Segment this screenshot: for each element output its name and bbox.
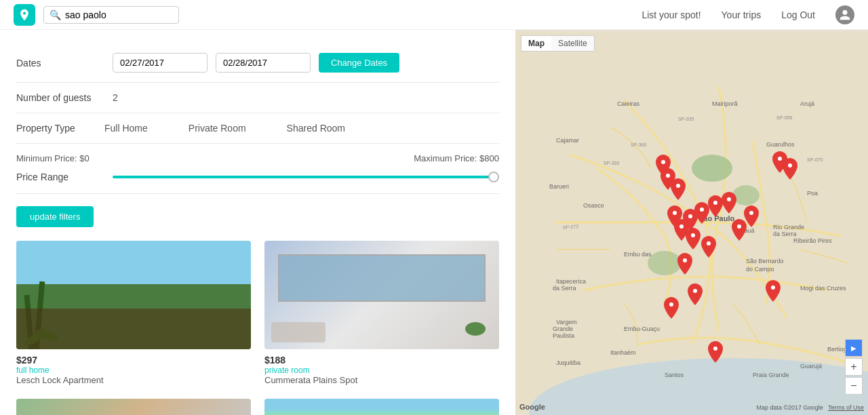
svg-text:Rio Grande: Rio Grande xyxy=(773,224,804,231)
svg-point-53 xyxy=(778,157,782,161)
map-tabs: Map Satellite xyxy=(521,35,595,52)
svg-point-61 xyxy=(771,285,775,290)
search-input[interactable] xyxy=(65,9,173,20)
change-dates-button[interactable]: Change Dates xyxy=(319,53,399,73)
listing-price: $297 xyxy=(16,355,251,365)
svg-point-57 xyxy=(676,184,680,188)
svg-point-3 xyxy=(732,185,760,205)
search-bar[interactable]: 🔍 xyxy=(43,6,179,24)
svg-text:Barueri: Barueri xyxy=(549,183,569,190)
avatar[interactable] xyxy=(835,5,854,24)
price-range-label: Price Range xyxy=(16,172,104,182)
property-options: Full Home Private Room Shared Room xyxy=(104,123,345,134)
svg-point-46 xyxy=(688,214,692,218)
svg-text:Caieiras: Caieiras xyxy=(617,100,640,107)
svg-text:Vargem: Vargem xyxy=(556,319,577,325)
listing-card[interactable] xyxy=(264,399,499,415)
max-price-label: Maximum Price: $800 xyxy=(414,153,499,163)
price-section: Minimum Price: $0 Maximum Price: $800 Pr… xyxy=(16,144,499,194)
guests-label: Number of guests xyxy=(16,92,104,103)
svg-text:Arujá: Arujá xyxy=(800,100,814,107)
map-person-icon[interactable]: ▶ xyxy=(845,339,863,357)
svg-text:Poa: Poa xyxy=(807,190,818,197)
svg-point-43 xyxy=(713,201,717,205)
listing-name: Cummerata Plains Spot xyxy=(264,375,499,385)
zoom-out-button[interactable]: − xyxy=(845,377,863,395)
shared-room-option[interactable]: Shared Room xyxy=(287,123,345,134)
svg-text:Grande: Grande xyxy=(553,325,573,332)
svg-point-60 xyxy=(669,302,673,307)
svg-text:Itanhaém: Itanhaém xyxy=(610,349,636,356)
svg-point-56 xyxy=(666,174,670,178)
listing-image xyxy=(16,399,251,415)
map-panel: São Paulo São Bernardo do Campo Mauá Gua… xyxy=(515,30,868,415)
svg-point-52 xyxy=(749,211,753,215)
main-container: Dates Change Dates Number of guests 2 Pr… xyxy=(0,30,868,415)
svg-text:da Serra: da Serra xyxy=(773,231,797,237)
map-tab-map[interactable]: Map xyxy=(521,36,551,51)
svg-point-62 xyxy=(713,347,717,351)
header-nav: List your spot! Your trips Log Out xyxy=(642,5,854,24)
price-range-row: Price Range xyxy=(16,170,499,184)
price-range-slider[interactable] xyxy=(113,170,499,184)
svg-point-49 xyxy=(673,211,677,215)
listing-image xyxy=(264,399,499,415)
svg-point-41 xyxy=(700,208,704,212)
listing-image xyxy=(264,241,499,349)
listing-card[interactable]: $188 private room Cummerata Plains Spot xyxy=(264,241,499,385)
list-spot-link[interactable]: List your spot! xyxy=(642,9,701,20)
svg-point-45 xyxy=(727,197,731,201)
guests-value: 2 xyxy=(113,92,118,103)
svg-point-48 xyxy=(691,233,695,237)
listing-price: $188 xyxy=(264,355,499,365)
price-labels: Minimum Price: $0 Maximum Price: $800 xyxy=(16,153,499,163)
svg-point-50 xyxy=(707,241,711,245)
header: 🔍 List your spot! Your trips Log Out xyxy=(0,0,868,30)
svg-text:Cajamar: Cajamar xyxy=(556,137,579,144)
dates-label: Dates xyxy=(16,58,104,68)
property-type-row: Property Type Full Home Private Room Sha… xyxy=(16,113,499,144)
private-room-option[interactable]: Private Room xyxy=(189,123,246,134)
logo[interactable] xyxy=(14,4,35,26)
svg-point-54 xyxy=(788,163,792,167)
guests-row: Number of guests 2 xyxy=(16,83,499,113)
svg-point-4 xyxy=(648,251,682,275)
update-filters-button[interactable]: update filters xyxy=(16,206,94,227)
listing-card[interactable]: $297 full home Lesch Lock Apartment xyxy=(16,241,251,385)
svg-text:SP-070: SP-070 xyxy=(807,157,823,162)
svg-text:Embu das: Embu das xyxy=(624,251,652,258)
listing-card[interactable] xyxy=(16,399,251,415)
svg-point-47 xyxy=(679,224,684,229)
svg-text:SP-330: SP-330 xyxy=(604,161,619,165)
user-icon xyxy=(839,9,851,21)
svg-point-59 xyxy=(693,289,697,293)
price-slider-input[interactable] xyxy=(113,176,499,178)
svg-point-55 xyxy=(661,160,665,164)
log-out-link[interactable]: Log Out xyxy=(781,9,815,20)
svg-text:Juquitiba: Juquitiba xyxy=(556,359,580,366)
date-from-input[interactable] xyxy=(113,53,208,73)
map-svg: São Paulo São Bernardo do Campo Mauá Gua… xyxy=(515,30,868,415)
svg-point-2 xyxy=(692,155,732,182)
zoom-in-button[interactable]: + xyxy=(845,358,863,376)
svg-text:do Campo: do Campo xyxy=(746,266,774,273)
svg-text:da Serra: da Serra xyxy=(553,285,576,292)
svg-text:Praia Grande: Praia Grande xyxy=(753,372,789,378)
svg-text:Guarujá: Guarujá xyxy=(800,363,822,370)
full-home-option[interactable]: Full Home xyxy=(104,123,148,134)
logo-icon xyxy=(18,8,31,22)
svg-text:Ribeirão Pires: Ribeirão Pires xyxy=(793,237,832,244)
date-to-input[interactable] xyxy=(216,53,311,73)
listings-grid: $297 full home Lesch Lock Apartment $188… xyxy=(16,241,499,415)
your-trips-link[interactable]: Your trips xyxy=(722,9,762,20)
svg-text:Osasco: Osasco xyxy=(583,202,604,209)
svg-text:Guarulhos: Guarulhos xyxy=(766,141,795,148)
google-logo: Google xyxy=(519,403,545,411)
svg-text:São Bernardo: São Bernardo xyxy=(746,258,784,264)
map-tab-satellite[interactable]: Satellite xyxy=(551,36,594,51)
listing-type: private room xyxy=(264,365,499,375)
listing-name: Lesch Lock Apartment xyxy=(16,375,251,385)
terms-link[interactable]: Terms of Use xyxy=(828,404,864,411)
left-panel: Dates Change Dates Number of guests 2 Pr… xyxy=(0,30,515,415)
property-type-label: Property Type xyxy=(16,123,104,134)
